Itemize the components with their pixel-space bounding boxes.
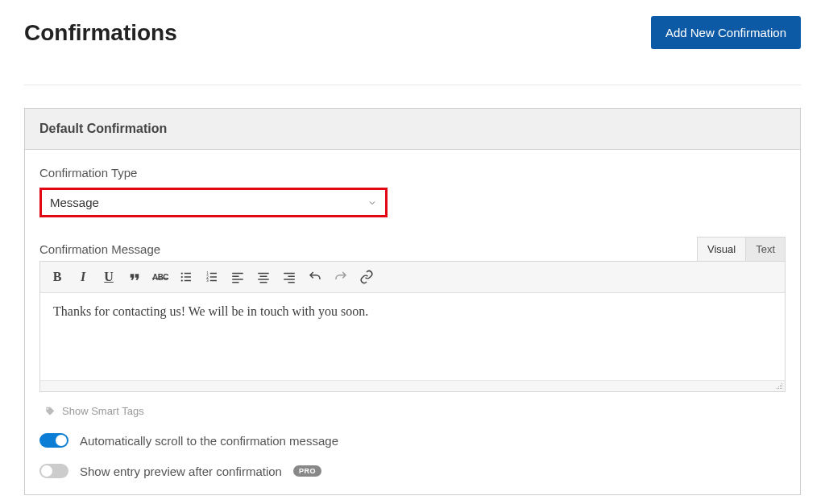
bold-button[interactable]: B [47,266,68,287]
align-center-button[interactable] [253,266,274,287]
svg-rect-14 [232,279,243,280]
svg-rect-27 [778,386,779,387]
show-smart-tags-button[interactable]: Show Smart Tags [39,405,786,417]
svg-rect-12 [232,273,243,275]
editor-tabs: Visual Text [697,237,786,261]
svg-rect-24 [781,383,782,384]
svg-point-2 [181,279,183,281]
svg-point-1 [181,276,183,278]
svg-rect-4 [184,276,191,278]
svg-point-0 [181,272,183,274]
link-icon [359,270,374,284]
svg-rect-10 [210,276,217,278]
confirmation-message-label: Confirmation Message [39,242,160,256]
header-divider [24,85,801,85]
auto-scroll-label: Automatically scroll to the confirmation… [80,434,338,448]
svg-rect-22 [284,279,295,280]
svg-rect-29 [781,386,782,387]
svg-rect-31 [778,388,779,389]
svg-rect-33 [781,388,782,389]
entry-preview-toggle[interactable] [39,464,68,478]
numbered-list-icon: 123 [205,270,219,284]
svg-rect-16 [258,273,269,275]
blockquote-button[interactable] [124,266,145,287]
panel-header: Default Confirmation [25,109,800,150]
tab-visual[interactable]: Visual [698,238,746,261]
numbered-list-button[interactable]: 123 [201,266,222,287]
svg-rect-25 [780,385,781,386]
link-button[interactable] [356,266,377,287]
svg-rect-3 [184,273,191,275]
svg-rect-28 [780,386,781,387]
align-right-button[interactable] [279,266,300,287]
svg-rect-11 [210,280,217,282]
svg-rect-20 [284,273,295,275]
underline-button[interactable]: U [98,266,119,287]
confirmation-type-select[interactable]: Message [39,188,388,217]
svg-rect-15 [232,282,238,283]
blockquote-icon [127,270,142,284]
svg-rect-13 [232,276,238,278]
tag-icon [44,406,56,417]
align-left-icon [230,270,245,284]
add-new-confirmation-button[interactable]: Add New Confirmation [651,16,801,49]
svg-rect-32 [780,388,781,389]
bullet-list-button[interactable] [176,266,197,287]
panel-title: Default Confirmation [39,122,786,136]
svg-rect-30 [777,388,777,389]
entry-preview-label: Show entry preview after confirmation [80,465,282,478]
align-center-icon [256,270,271,284]
redo-button[interactable] [330,266,351,287]
italic-button[interactable]: I [73,266,93,287]
align-right-icon [282,270,296,284]
editor-textarea[interactable]: Thanks for contacting us! We will be in … [40,293,785,380]
editor-toolbar: B I U ABC 123 [40,262,785,293]
editor: B I U ABC 123 [39,261,786,392]
smart-tags-label: Show Smart Tags [62,405,144,417]
resize-grip-icon[interactable] [775,382,783,390]
svg-rect-26 [781,385,782,386]
svg-text:3: 3 [206,279,209,283]
editor-statusbar [40,380,785,391]
svg-rect-19 [260,282,267,283]
svg-rect-23 [288,282,295,283]
undo-icon [308,270,322,284]
tab-text[interactable]: Text [746,238,785,261]
pro-badge: PRO [293,465,321,477]
svg-rect-5 [184,280,191,282]
svg-rect-17 [260,276,267,278]
redo-icon [334,270,348,284]
confirmation-type-value: Message [50,196,99,209]
confirmation-type-label: Confirmation Type [39,166,786,180]
page-title: Confirmations [24,20,177,46]
svg-rect-21 [288,276,295,278]
chevron-down-icon [367,198,377,208]
bullet-list-icon [179,270,193,284]
svg-rect-9 [210,273,217,275]
align-left-button[interactable] [227,266,248,287]
confirmation-panel: Default Confirmation Confirmation Type M… [24,108,801,495]
undo-button[interactable] [305,266,325,287]
svg-rect-18 [258,279,269,280]
auto-scroll-toggle[interactable] [39,433,68,448]
strikethrough-button[interactable]: ABC [150,266,171,287]
